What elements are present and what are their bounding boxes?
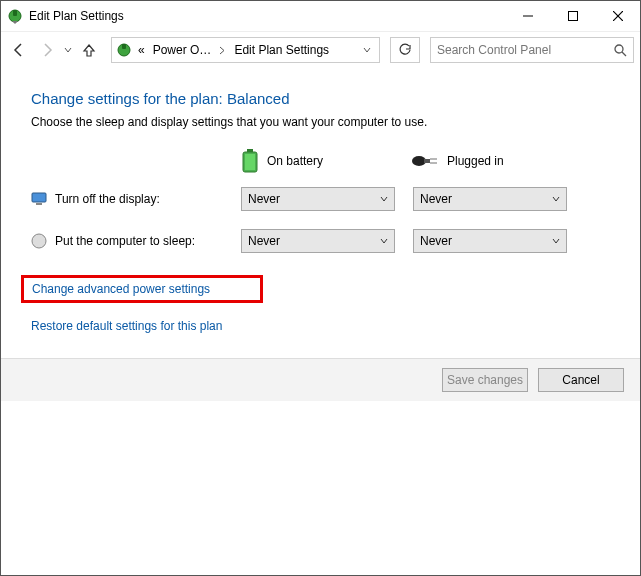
display-on-battery-select[interactable]: Never: [241, 187, 395, 211]
save-changes-button[interactable]: Save changes: [442, 368, 528, 392]
display-plugged-value: Never: [420, 192, 452, 206]
advanced-power-settings-link[interactable]: Change advanced power settings: [32, 282, 210, 296]
sleep-on-battery-value: Never: [248, 234, 280, 248]
svg-rect-18: [36, 203, 42, 205]
turn-off-display-label: Turn off the display:: [55, 192, 160, 206]
back-button[interactable]: [7, 38, 31, 62]
breadcrumb-chevrons[interactable]: «: [136, 43, 147, 57]
sleep-on-battery-select[interactable]: Never: [241, 229, 395, 253]
chevron-down-icon: [552, 196, 560, 202]
svg-rect-3: [568, 12, 577, 21]
chevron-down-icon: [380, 196, 388, 202]
svg-rect-12: [245, 154, 255, 170]
sleep-row: Put the computer to sleep: Never Never: [31, 229, 610, 253]
window-title: Edit Plan Settings: [29, 9, 124, 23]
maximize-button[interactable]: [550, 2, 595, 31]
page-subtext: Choose the sleep and display settings th…: [31, 115, 610, 129]
svg-rect-7: [122, 44, 126, 49]
chevron-right-icon: [217, 46, 228, 55]
recent-locations-button[interactable]: [63, 46, 73, 54]
up-button[interactable]: [77, 38, 101, 62]
window-controls: [505, 2, 640, 31]
power-options-icon: [116, 42, 132, 58]
turn-off-display-row: Turn off the display: Never Never: [31, 187, 610, 211]
search-placeholder: Search Control Panel: [437, 43, 551, 57]
sleep-plugged-select[interactable]: Never: [413, 229, 567, 253]
highlighted-link-area: Change advanced power settings: [21, 275, 263, 303]
plugged-in-label: Plugged in: [447, 154, 504, 168]
cancel-button[interactable]: Cancel: [538, 368, 624, 392]
plugged-in-header: Plugged in: [411, 153, 561, 169]
display-plugged-select[interactable]: Never: [413, 187, 567, 211]
minimize-button[interactable]: [505, 2, 550, 31]
svg-point-19: [32, 234, 46, 248]
footer-bar: Save changes Cancel: [1, 358, 640, 401]
battery-icon: [241, 149, 259, 173]
search-icon: [614, 44, 627, 57]
sleep-label: Put the computer to sleep:: [55, 234, 195, 248]
chevron-down-icon: [380, 238, 388, 244]
breadcrumb-edit-plan[interactable]: Edit Plan Settings: [232, 43, 331, 57]
nav-toolbar: « Power O… Edit Plan Settings Search Con…: [1, 32, 640, 68]
moon-icon: [31, 233, 47, 249]
address-bar[interactable]: « Power O… Edit Plan Settings: [111, 37, 380, 63]
address-dropdown-icon[interactable]: [359, 46, 375, 54]
refresh-button[interactable]: [390, 37, 420, 63]
display-on-battery-value: Never: [248, 192, 280, 206]
display-icon: [31, 191, 47, 207]
svg-line-9: [622, 52, 626, 56]
save-changes-label: Save changes: [447, 373, 523, 387]
breadcrumb-power-options[interactable]: Power O…: [151, 43, 214, 57]
svg-rect-1: [13, 10, 17, 16]
svg-point-13: [412, 156, 426, 166]
svg-rect-14: [424, 159, 430, 163]
close-button[interactable]: [595, 2, 640, 31]
plug-icon: [411, 153, 439, 169]
on-battery-label: On battery: [267, 154, 323, 168]
on-battery-header: On battery: [241, 149, 391, 173]
column-headers: On battery Plugged in: [31, 149, 610, 173]
cancel-label: Cancel: [562, 373, 599, 387]
page-heading: Change settings for the plan: Balanced: [31, 90, 610, 107]
restore-defaults-link[interactable]: Restore default settings for this plan: [31, 319, 222, 333]
svg-rect-17: [32, 193, 46, 202]
app-icon: [7, 8, 23, 24]
titlebar: Edit Plan Settings: [1, 1, 640, 32]
content-area: Change settings for the plan: Balanced C…: [1, 68, 640, 347]
search-input[interactable]: Search Control Panel: [430, 37, 634, 63]
chevron-down-icon: [552, 238, 560, 244]
sleep-plugged-value: Never: [420, 234, 452, 248]
svg-point-8: [615, 45, 623, 53]
forward-button[interactable]: [35, 38, 59, 62]
